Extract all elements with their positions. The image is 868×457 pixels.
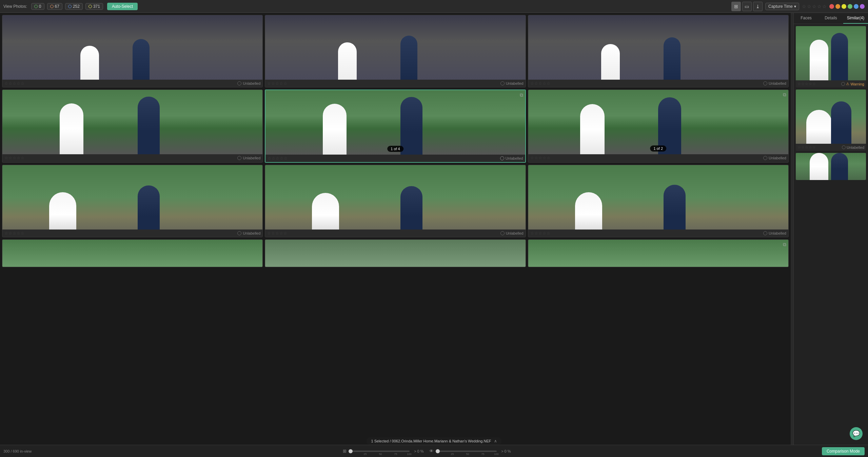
photo-card[interactable]: ☆☆☆☆☆ Unlabelled: [528, 15, 789, 87]
photo-card-selected[interactable]: 1 of 4 ⧉ ☆☆☆☆☆ Unlabelled: [265, 90, 526, 163]
photo-label: Unlabelled: [506, 231, 524, 235]
duplicate-badge: 1 of 2: [650, 145, 667, 152]
photo-card[interactable]: ☆☆☆☆☆ Unlabelled: [2, 165, 263, 237]
photo-card[interactable]: ☆☆☆☆☆ Unlabelled: [528, 165, 789, 237]
warning-icon: ⚠: [846, 82, 849, 86]
color-dot-green[interactable]: [848, 4, 852, 9]
photo-grid: ☆☆☆☆☆ Unlabelled ☆☆☆☆☆ Unlabelled: [0, 13, 791, 445]
top-bar: View Photos: 0 67 252 371 Auto-Select ⊞ …: [0, 0, 868, 13]
unlabelled-label: Unlabelled: [847, 145, 864, 150]
count-blue-badge[interactable]: 252: [65, 3, 83, 10]
color-dot-yellow[interactable]: [842, 4, 846, 9]
slider-1-track[interactable]: 25 50 75 100: [349, 451, 410, 452]
right-panel: Faces Details Similar(4) ☆☆☆☆☆: [793, 13, 868, 445]
right-panel-tabs: Faces Details Similar(4): [794, 13, 868, 24]
color-dot-purple[interactable]: [860, 4, 865, 9]
ai-sliders-icon: ⊞: [343, 449, 347, 454]
bottom-bar: 300 / 690 in-view ⊞ 25 50 75 100 > 0 % 👁…: [0, 445, 868, 457]
grid-view-button[interactable]: ⊞: [731, 2, 741, 11]
tab-similar[interactable]: Similar(4): [843, 13, 868, 24]
bottom-left: 300 / 690 in-view: [3, 449, 32, 453]
similar-photo-1[interactable]: ☆☆☆☆☆ ⚠ Warning: [796, 26, 866, 87]
tab-faces[interactable]: Faces: [794, 13, 818, 24]
copy-icon: ⧉: [520, 92, 523, 98]
slider-2-thumb[interactable]: [436, 449, 440, 453]
photo-label: Unlabelled: [243, 81, 260, 85]
copy-icon: ⧉: [783, 242, 786, 247]
similar-photo-2[interactable]: ☆☆☆☆☆ Unlabelled: [796, 90, 866, 151]
photo-card[interactable]: 1 of 2 ⧉ ☆☆☆☆☆ Unlabelled: [528, 90, 789, 163]
chevron-up-icon[interactable]: ∧: [494, 439, 497, 443]
stars-filter[interactable]: ☆ ☆ ☆ ☆ ☆: [802, 4, 827, 9]
count-label: 300 / 690 in-view: [3, 449, 32, 453]
photo-card[interactable]: ☆☆☆☆☆ Unlabelled: [2, 90, 263, 163]
eye-icon: 👁: [429, 449, 434, 454]
auto-select-button[interactable]: Auto-Select: [107, 3, 138, 10]
chevron-down-icon: ▾: [794, 4, 796, 9]
color-dot-red[interactable]: [829, 4, 834, 9]
selected-info-bar: 1 Selected / 0062.Orinda.Miller Home.Mar…: [366, 437, 501, 445]
photo-card[interactable]: ☆☆☆☆☆ Unlabelled: [265, 15, 526, 87]
color-dot-orange[interactable]: [835, 4, 840, 9]
photo-card[interactable]: [265, 239, 526, 267]
photo-card[interactable]: ☆☆☆☆☆ Unlabelled: [265, 165, 526, 237]
count-green-value: 0: [39, 4, 41, 9]
photo-label: Unlabelled: [506, 81, 524, 85]
count-yellow-badge[interactable]: 371: [85, 3, 103, 10]
photo-card[interactable]: [2, 239, 263, 267]
photo-label: Unlabelled: [769, 156, 786, 160]
view-icons: ⊞ ▭ ⤓: [731, 2, 763, 11]
slider-2-track[interactable]: 25 50 75 100: [436, 451, 497, 452]
count-yellow-value: 371: [93, 4, 100, 9]
photo-card[interactable]: ⧉: [528, 239, 789, 267]
photo-label: Unlabelled: [769, 81, 786, 85]
main-content: ☆☆☆☆☆ Unlabelled ☆☆☆☆☆ Unlabelled: [0, 13, 868, 445]
photo-label: Unlabelled: [243, 156, 260, 160]
scroll-divider: [791, 13, 793, 445]
bottom-center: ⊞ 25 50 75 100 > 0 % 👁 25 50 75 100: [34, 449, 819, 454]
slider-2-pct: > 0 %: [499, 449, 511, 453]
capture-time-label: Capture Time: [768, 4, 793, 9]
count-orange-badge[interactable]: 67: [47, 3, 62, 10]
color-dot-blue[interactable]: [854, 4, 859, 9]
tab-details[interactable]: Details: [818, 13, 843, 24]
photo-label: Unlabelled: [243, 231, 260, 235]
photo-label: Unlabelled: [506, 156, 523, 160]
selected-info-text: 1 Selected / 0062.Orinda.Miller Home.Mar…: [371, 439, 491, 443]
copy-icon: ⧉: [783, 92, 786, 98]
slider-1-thumb[interactable]: [349, 449, 353, 453]
warning-badge: ⚠ Warning: [846, 82, 864, 86]
comparison-mode-button[interactable]: Comparison Mode: [822, 447, 865, 455]
view-photos-label: View Photos:: [3, 4, 27, 9]
chat-bubble-button[interactable]: 💬: [850, 427, 863, 440]
slider-group-1: ⊞ 25 50 75 100 > 0 %: [343, 449, 424, 454]
count-green-badge[interactable]: 0: [31, 3, 44, 10]
warning-label: Warning: [850, 82, 864, 86]
export-button[interactable]: ⤓: [753, 2, 763, 11]
color-filter-dots[interactable]: [829, 4, 865, 9]
slider-group-2: 👁 25 50 75 100 > 0 %: [429, 449, 511, 454]
photo-card[interactable]: ☆☆☆☆☆ Unlabelled: [2, 15, 263, 87]
bottom-right: Comparison Mode: [822, 447, 865, 455]
slider-1-pct: > 0 %: [412, 449, 424, 453]
count-blue-value: 252: [73, 4, 80, 9]
duplicate-badge: 1 of 4: [387, 146, 403, 152]
unlabelled-badge: Unlabelled: [842, 145, 864, 150]
count-orange-value: 67: [55, 4, 59, 9]
capture-time-dropdown[interactable]: Capture Time ▾: [765, 3, 799, 10]
single-view-button[interactable]: ▭: [742, 2, 752, 11]
photo-label: Unlabelled: [769, 231, 786, 235]
right-panel-content: ☆☆☆☆☆ ⚠ Warning ☆☆☆☆☆: [794, 24, 868, 445]
similar-photo-3[interactable]: [796, 153, 866, 180]
